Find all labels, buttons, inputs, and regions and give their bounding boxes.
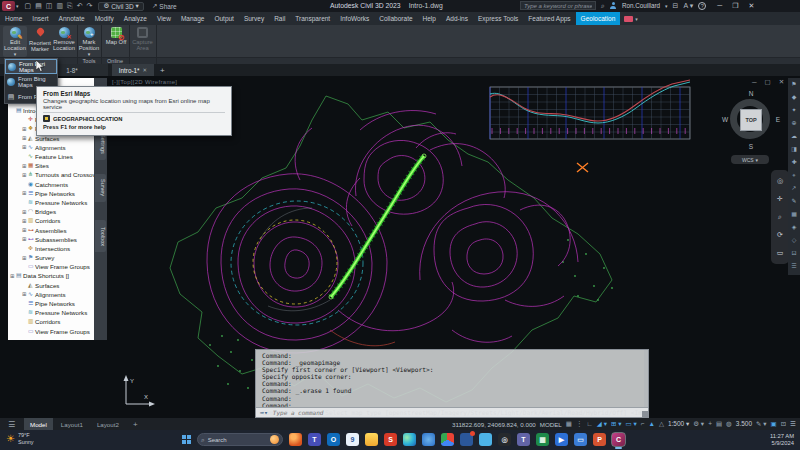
workspace-switcher[interactable]: ⚙ Civil 3D ▾ — [98, 2, 144, 11]
tree-item[interactable]: ⊞ ▥ Corridors — [8, 216, 94, 225]
plot-icon[interactable]: ⎘ — [67, 2, 73, 10]
zoom-icon[interactable]: ⌕ — [778, 213, 782, 221]
tree-item[interactable]: ⊞ ⊶ Assemblies — [8, 225, 94, 234]
viewport-restore-icon[interactable]: ▢ — [765, 78, 771, 86]
toolbar-icon[interactable]: ▦ — [791, 208, 797, 221]
tree-item[interactable]: ⊞ ⚑ Survey — [8, 253, 94, 262]
status-tool-icon[interactable]: ▲ — [648, 420, 654, 428]
mark-position-button[interactable]: + Mark Position ▾ — [78, 26, 100, 57]
saveas-icon[interactable]: ▥ — [56, 2, 63, 10]
taskbar-app-icon[interactable]: P — [593, 433, 606, 446]
taskbar-app-icon[interactable]: ▭ — [574, 433, 587, 446]
tree-item[interactable]: ∿ Feature Lines — [8, 152, 94, 161]
ribbon-tab[interactable]: Transparent — [290, 12, 335, 25]
command-line-window[interactable]: Command:Command: _geomapimageSpecify fir… — [255, 349, 649, 418]
viewport-close-icon[interactable]: ✕ — [779, 78, 784, 86]
save-icon[interactable]: ◫ — [46, 2, 53, 10]
showmotion-icon[interactable]: ▭ — [777, 249, 784, 257]
toolbar-icon[interactable]: ☰ — [791, 260, 796, 273]
tree-item[interactable]: ▥ Corridors — [8, 317, 94, 326]
right-vertical-toolbar[interactable]: ⚑◆✦⊕☁◨✚⌖↗✎▦◈◇⊡☰ — [788, 78, 800, 275]
ribbon-tab[interactable]: Rail — [269, 12, 290, 25]
layout-tab-layout1[interactable]: Layout1 — [55, 418, 89, 430]
tree-item[interactable]: ⊞ ▤ Data Shortcuts [] — [8, 271, 94, 280]
status-tool-icon[interactable]: ◍ — [726, 420, 732, 428]
status-tool-icon[interactable]: ∟ — [586, 420, 592, 428]
wcs-dropdown[interactable]: WCS▾ — [731, 155, 769, 164]
autodesk-account-icon[interactable]: A ▾ — [683, 2, 693, 10]
drawing-window-controls[interactable]: ─ ▢ ✕ — [752, 78, 784, 86]
tree-item[interactable]: ⊞ ⊷ Subassemblies — [8, 235, 94, 244]
close-icon[interactable]: ✕ — [748, 2, 754, 10]
start-button[interactable] — [182, 435, 191, 444]
tree-item[interactable]: ▭ View Frame Groups — [8, 262, 94, 271]
toolspace-tab-survey[interactable]: Survey — [95, 174, 106, 202]
tree-item[interactable]: ⊞ ☰ Pipe Networks — [8, 189, 94, 198]
compass-north-label[interactable]: N — [721, 90, 781, 97]
toolbar-icon[interactable]: ⌖ — [792, 169, 795, 182]
add-layout-button[interactable]: + — [127, 418, 144, 430]
taskbar-app-icon[interactable] — [422, 433, 435, 446]
map-off-button[interactable]: Map Off — [104, 26, 128, 57]
toolbar-icon[interactable]: ◆ — [792, 91, 797, 104]
taskbar-app-icon[interactable]: T — [517, 433, 530, 446]
taskbar-clock[interactable]: 11:27 AM 5/9/2024 — [770, 433, 794, 447]
status-tool-icon[interactable]: ▦ — [566, 420, 572, 428]
model-space-indicator[interactable]: MODEL — [540, 421, 562, 428]
search-icon[interactable]: ⌕ — [601, 2, 605, 10]
tree-item[interactable]: ◉ Catchments — [8, 180, 94, 189]
compass-west-label[interactable]: W — [722, 116, 728, 123]
taskbar-search[interactable]: ⌕ Search — [197, 433, 283, 446]
viewport-controls[interactable]: [-][Top][2D Wireframe] — [112, 79, 177, 85]
ribbon-tab[interactable]: Add-ins — [441, 12, 473, 25]
taskbar-app-icon[interactable] — [289, 433, 302, 446]
ribbon-tab[interactable]: Insert — [27, 12, 53, 25]
tree-item[interactable]: ≋ Pressure Networks — [8, 198, 94, 207]
status-tool-icon[interactable]: 3.500 — [736, 420, 752, 428]
ribbon-tab[interactable]: Survey — [239, 12, 269, 25]
toolbar-icon[interactable]: ↗ — [791, 182, 796, 195]
tree-item[interactable]: ≋ Pressure Networks — [8, 308, 94, 317]
tree-item[interactable]: ⊞ ∿ Alignments — [8, 143, 94, 152]
taskbar-app-icon[interactable] — [441, 433, 454, 446]
command-input-row[interactable]: ⌨▾ — [256, 407, 648, 417]
command-input[interactable] — [271, 408, 644, 417]
undo-icon[interactable]: ↶ — [77, 2, 83, 10]
status-tool-icon[interactable]: + — [708, 420, 712, 428]
alignment-corridor[interactable] — [329, 154, 426, 299]
status-tool-icon[interactable]: ◢ ▾ — [597, 420, 607, 428]
taskbar-app-icon[interactable] — [403, 433, 416, 446]
toolspace-tab-toolbox[interactable]: Toolbox — [95, 220, 106, 252]
toolbar-icon[interactable]: ⊕ — [791, 117, 796, 130]
status-tool-icon[interactable]: ☰ — [790, 420, 796, 428]
ribbon-tab[interactable]: Geolocation — [576, 12, 621, 25]
tree-item[interactable]: ✜ Intersections — [8, 244, 94, 253]
tree-item[interactable]: ▭ View Frame Groups — [8, 327, 94, 336]
ribbon-tab[interactable]: Annotate — [54, 12, 90, 25]
status-tool-icon[interactable]: △ — [659, 420, 664, 428]
toolbar-icon[interactable]: ⚑ — [791, 78, 796, 91]
user-menu-caret-icon[interactable]: ▾ — [665, 3, 668, 9]
viewcube-top-face[interactable]: TOP — [740, 109, 762, 131]
weather-widget[interactable]: ☀ 79°F Sunny — [6, 432, 34, 445]
help-icon[interactable]: ? — [698, 2, 706, 10]
share-button[interactable]: ↗ Share — [152, 2, 177, 10]
toolbar-icon[interactable]: ◨ — [791, 143, 797, 156]
pan-icon[interactable]: ✛ — [777, 195, 783, 203]
ribbon-tab[interactable]: Analyze — [119, 12, 152, 25]
status-tool-icon[interactable]: ⌐ — [641, 420, 645, 428]
toolbar-icon[interactable]: ✎ — [791, 195, 796, 208]
compass-south-label[interactable]: S — [721, 143, 781, 150]
user-avatar-icon[interactable] — [610, 2, 617, 9]
status-tool-icon[interactable]: ▭ ▾ — [625, 420, 636, 428]
compass-east-label[interactable]: E — [776, 116, 780, 123]
tree-item[interactable]: ⊞ ⋔ Turnouts and Crossovers — [8, 170, 94, 179]
app-store-cart-icon[interactable]: ⊟ — [673, 2, 679, 10]
minimize-icon[interactable]: ─ — [717, 2, 722, 10]
toolbar-icon[interactable]: ☁ — [791, 130, 797, 143]
status-tool-icon[interactable]: 1:500 ▾ — [668, 420, 689, 428]
status-tool-icon[interactable]: ⚙ ▾ — [693, 420, 704, 428]
toolbar-icon[interactable]: ✚ — [791, 156, 796, 169]
viewport-minimize-icon[interactable]: ─ — [752, 78, 757, 86]
ribbon-tab[interactable]: Featured Apps — [523, 12, 575, 25]
